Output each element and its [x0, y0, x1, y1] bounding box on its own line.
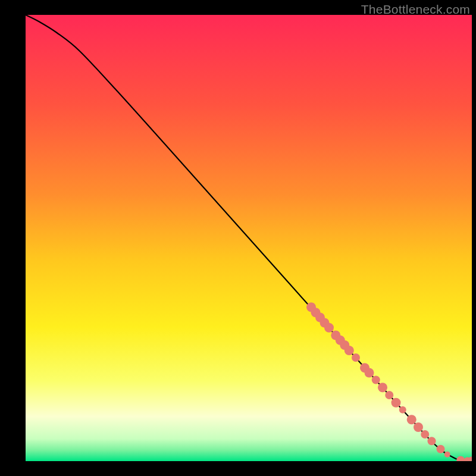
marker-dot: [345, 346, 354, 355]
marker-dot: [414, 422, 423, 432]
marker-dot: [421, 430, 429, 439]
marker-dot: [428, 437, 436, 445]
marker-dot: [399, 406, 406, 414]
chart-plot-area: [26, 15, 472, 461]
marker-dot: [365, 368, 374, 378]
marker-dot: [378, 383, 387, 392]
marker-dot: [385, 391, 393, 399]
marker-dot: [372, 376, 380, 384]
marker-dot: [437, 445, 445, 453]
marker-dot: [352, 353, 360, 362]
marker-dot: [444, 452, 450, 458]
marker-dot: [392, 398, 401, 408]
marker-dot: [324, 323, 334, 333]
marker-dot: [407, 415, 416, 424]
chart-svg: [26, 15, 472, 461]
